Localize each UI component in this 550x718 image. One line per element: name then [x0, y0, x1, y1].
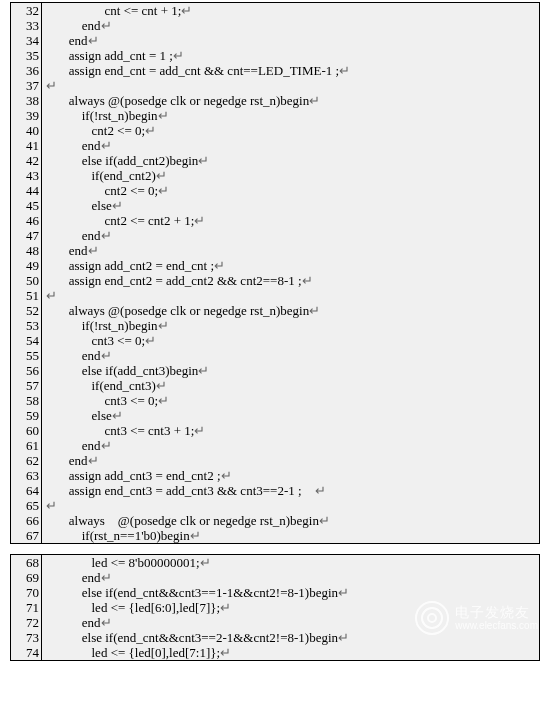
return-glyph-icon: ↵: [145, 333, 156, 348]
line-number: 40: [11, 123, 41, 138]
code-text: end↵: [46, 453, 539, 468]
code-text: if(rst_n==1'b0)begin↵: [46, 528, 539, 543]
line-number: 65: [11, 498, 41, 513]
code-text: assign end_cnt = add_cnt && cnt==LED_TIM…: [46, 63, 539, 78]
return-glyph-icon: ↵: [158, 393, 169, 408]
code-text: cnt3 <= 0;↵: [46, 393, 539, 408]
line-number: 51: [11, 288, 41, 303]
line-number: 46: [11, 213, 41, 228]
line-number: 49: [11, 258, 41, 273]
code-line: 54 cnt3 <= 0;↵: [11, 333, 539, 348]
line-number: 70: [11, 585, 41, 600]
line-number: 56: [11, 363, 41, 378]
return-glyph-icon: ↵: [101, 228, 112, 243]
code-text: end↵: [46, 570, 539, 585]
code-line: 74 led <= {led[0],led[7:1]};↵: [11, 645, 539, 660]
code-line: 73 else if(end_cnt&&cnt3==2-1&&cnt2!=8-1…: [11, 630, 539, 645]
code-text: end↵: [46, 348, 539, 363]
code-text: if(end_cnt3)↵: [46, 378, 539, 393]
code-text: ↵: [46, 288, 539, 303]
code-line: 57 if(end_cnt3)↵: [11, 378, 539, 393]
return-glyph-icon: ↵: [200, 555, 211, 570]
code-text: assign end_cnt2 = add_cnt2 && cnt2==8-1 …: [46, 273, 539, 288]
code-text: end↵: [46, 438, 539, 453]
code-line: 44 cnt2 <= 0;↵: [11, 183, 539, 198]
code-line: 51↵: [11, 288, 539, 303]
return-glyph-icon: ↵: [88, 243, 99, 258]
code-text: cnt <= cnt + 1;↵: [46, 3, 539, 18]
return-glyph-icon: ↵: [88, 453, 99, 468]
code-line: 52 always @(posedge clk or negedge rst_n…: [11, 303, 539, 318]
line-number: 57: [11, 378, 41, 393]
return-glyph-icon: ↵: [101, 570, 112, 585]
line-number: 38: [11, 93, 41, 108]
line-number: 69: [11, 570, 41, 585]
return-glyph-icon: ↵: [198, 363, 209, 378]
code-line: 46 cnt2 <= cnt2 + 1;↵: [11, 213, 539, 228]
line-number: 64: [11, 483, 41, 498]
return-glyph-icon: ↵: [46, 498, 57, 513]
return-glyph-icon: ↵: [46, 78, 57, 93]
code-line: 59 else↵: [11, 408, 539, 423]
code-text: ↵: [46, 78, 539, 93]
line-number: 52: [11, 303, 41, 318]
code-line: 71 led <= {led[6:0],led[7]};↵: [11, 600, 539, 615]
line-number: 62: [11, 453, 41, 468]
line-number: 53: [11, 318, 41, 333]
return-glyph-icon: ↵: [315, 483, 326, 498]
code-text: end↵: [46, 228, 539, 243]
code-text: led <= {led[6:0],led[7]};↵: [46, 600, 539, 615]
line-number: 58: [11, 393, 41, 408]
code-text: cnt2 <= 0;↵: [46, 183, 539, 198]
line-number: 36: [11, 63, 41, 78]
code-text: ↵: [46, 498, 539, 513]
code-text: else↵: [46, 198, 539, 213]
code-line: 70 else if(end_cnt&&cnt3==1-1&&cnt2!=8-1…: [11, 585, 539, 600]
line-number: 44: [11, 183, 41, 198]
code-line: 35 assign add_cnt = 1 ;↵: [11, 48, 539, 63]
code-text: cnt2 <= 0;↵: [46, 123, 539, 138]
line-number: 59: [11, 408, 41, 423]
code-line: 67 if(rst_n==1'b0)begin↵: [11, 528, 539, 543]
return-glyph-icon: ↵: [156, 378, 167, 393]
code-text: if(!rst_n)begin↵: [46, 318, 539, 333]
return-glyph-icon: ↵: [112, 408, 123, 423]
return-glyph-icon: ↵: [112, 198, 123, 213]
return-glyph-icon: ↵: [339, 63, 350, 78]
return-glyph-icon: ↵: [88, 33, 99, 48]
return-glyph-icon: ↵: [101, 18, 112, 33]
return-glyph-icon: ↵: [220, 645, 231, 660]
code-text: else if(end_cnt&&cnt3==1-1&&cnt2!=8-1)be…: [46, 585, 539, 600]
return-glyph-icon: ↵: [194, 213, 205, 228]
return-glyph-icon: ↵: [173, 48, 184, 63]
return-glyph-icon: ↵: [181, 3, 192, 18]
code-line: 63 assign add_cnt3 = end_cnt2 ;↵: [11, 468, 539, 483]
return-glyph-icon: ↵: [190, 528, 201, 543]
line-number: 35: [11, 48, 41, 63]
line-number: 48: [11, 243, 41, 258]
return-glyph-icon: ↵: [198, 153, 209, 168]
code-text: assign add_cnt3 = end_cnt2 ;↵: [46, 468, 539, 483]
return-glyph-icon: ↵: [338, 585, 349, 600]
line-number: 71: [11, 600, 41, 615]
line-number: 37: [11, 78, 41, 93]
line-number: 67: [11, 528, 41, 543]
return-glyph-icon: ↵: [309, 303, 320, 318]
code-text: assign end_cnt3 = add_cnt3 && cnt3==2-1 …: [46, 483, 539, 498]
code-line: 39 if(!rst_n)begin↵: [11, 108, 539, 123]
code-text: always @(posedge clk or negedge rst_n)be…: [46, 513, 539, 528]
return-glyph-icon: ↵: [158, 183, 169, 198]
return-glyph-icon: ↵: [338, 630, 349, 645]
code-text: assign add_cnt = 1 ;↵: [46, 48, 539, 63]
code-line: 62 end↵: [11, 453, 539, 468]
code-text: else if(end_cnt&&cnt3==2-1&&cnt2!=8-1)be…: [46, 630, 539, 645]
code-line: 43 if(end_cnt2)↵: [11, 168, 539, 183]
line-number: 66: [11, 513, 41, 528]
line-number: 45: [11, 198, 41, 213]
return-glyph-icon: ↵: [101, 615, 112, 630]
code-line: 50 assign end_cnt2 = add_cnt2 && cnt2==8…: [11, 273, 539, 288]
code-text: else if(add_cnt3)begin↵: [46, 363, 539, 378]
line-number: 39: [11, 108, 41, 123]
code-text: led <= {led[0],led[7:1]};↵: [46, 645, 539, 660]
return-glyph-icon: ↵: [46, 288, 57, 303]
